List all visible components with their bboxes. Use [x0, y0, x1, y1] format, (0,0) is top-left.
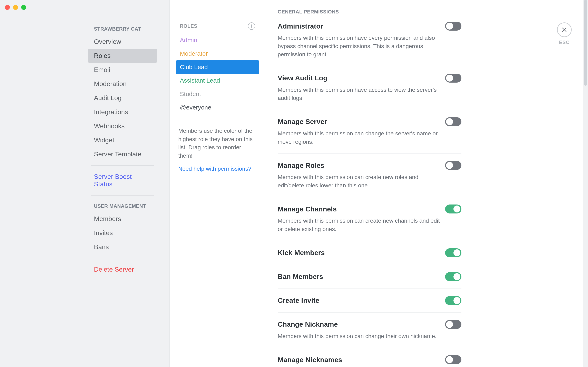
window-maximize-dot[interactable]: [21, 5, 26, 10]
close-button[interactable]: [557, 22, 572, 37]
role-item-student[interactable]: Student: [176, 87, 259, 101]
permission-row-view-audit-log: View Audit LogMembers with this permissi…: [278, 66, 461, 110]
permission-description: Members with this permission can change …: [278, 129, 445, 146]
toggle-knob: [453, 206, 460, 212]
permission-toggle-manage-server[interactable]: [445, 117, 461, 126]
window-close-dot[interactable]: [5, 5, 10, 10]
permission-toggle-kick-members[interactable]: [445, 248, 461, 257]
toggle-knob: [446, 118, 453, 125]
sidebar-divider: [91, 195, 154, 196]
permission-toggle-manage-nicknames[interactable]: [445, 355, 461, 364]
add-role-icon[interactable]: [248, 22, 255, 30]
permission-toggle-manage-roles[interactable]: [445, 161, 461, 170]
sidebar-item-server-boost[interactable]: Server Boost Status: [88, 170, 157, 191]
permission-row-administrator: AdministratorMembers with this permissio…: [278, 22, 461, 66]
sidebar-item-integrations[interactable]: Integrations: [88, 105, 157, 119]
sidebar-item-invites[interactable]: Invites: [88, 226, 157, 240]
permission-description: Members with this permission can create …: [278, 173, 445, 190]
permission-title: Create Invite: [278, 296, 319, 304]
roles-hint-text: Members use the color of the highest rol…: [176, 127, 259, 166]
toggle-knob: [453, 297, 460, 304]
roles-header-label: ROLES: [180, 23, 197, 29]
permission-title: Ban Members: [278, 273, 323, 281]
permission-title: View Audit Log: [278, 74, 328, 82]
close-settings-panel: ESC: [557, 22, 572, 45]
roles-list-panel: ROLES AdminModeratorClub LeadAssistant L…: [169, 0, 265, 367]
scrollbar-track[interactable]: [583, 0, 588, 367]
permission-row-create-invite: Create Invite: [278, 289, 461, 313]
role-item-everyone[interactable]: @everyone: [176, 101, 259, 114]
permission-title: Manage Server: [278, 118, 327, 125]
toggle-knob: [446, 321, 453, 328]
sidebar-item-members[interactable]: Members: [88, 212, 157, 226]
window-minimize-dot[interactable]: [13, 5, 18, 10]
scrollbar-thumb[interactable]: [584, 0, 587, 86]
permission-toggle-administrator[interactable]: [445, 22, 461, 31]
permission-title: Manage Channels: [278, 205, 337, 213]
permission-description: Members with this permission have every …: [278, 34, 445, 59]
sidebar-item-widget[interactable]: Widget: [88, 133, 157, 147]
permission-toggle-manage-channels[interactable]: [445, 205, 461, 213]
permission-toggle-change-nickname[interactable]: [445, 320, 461, 329]
permission-row-ban-members: Ban Members: [278, 265, 461, 289]
roles-divider: [178, 120, 257, 120]
toggle-knob: [446, 162, 453, 169]
sidebar-item-audit-log[interactable]: Audit Log: [88, 91, 157, 105]
sidebar-item-roles[interactable]: Roles: [88, 49, 157, 63]
permissions-panel: GENERAL PERMISSIONS AdministratorMembers…: [265, 0, 588, 367]
permission-description: Members with this permission can create …: [278, 217, 445, 233]
permission-description: Members with this permission have access…: [278, 86, 445, 102]
sidebar-item-delete-server[interactable]: Delete Server: [88, 262, 157, 276]
role-item-clublead[interactable]: Club Lead: [176, 60, 259, 74]
role-item-assistantlead[interactable]: Assistant Lead: [176, 74, 259, 87]
esc-label: ESC: [557, 40, 572, 45]
permission-title: Change Nickname: [278, 320, 338, 328]
toggle-knob: [453, 273, 460, 280]
permission-title: Manage Roles: [278, 161, 324, 169]
sidebar-user-mgmt-header: USER MANAGEMENT: [88, 200, 157, 212]
permission-row-manage-roles: Manage RolesMembers with this permission…: [278, 154, 461, 197]
toggle-knob: [446, 23, 453, 30]
permission-title: Manage Nicknames: [278, 356, 342, 364]
sidebar-item-bans[interactable]: Bans: [88, 240, 157, 254]
permissions-section-header: GENERAL PERMISSIONS: [278, 9, 461, 15]
permission-row-manage-nicknames: Manage Nicknames: [278, 348, 461, 367]
permission-toggle-ban-members[interactable]: [445, 272, 461, 281]
permission-toggle-create-invite[interactable]: [445, 296, 461, 305]
permission-toggle-view-audit-log[interactable]: [445, 74, 461, 83]
permission-description: Members with this permission can change …: [278, 332, 445, 341]
permission-row-kick-members: Kick Members: [278, 241, 461, 265]
sidebar-server-name: STRAWBERRY CAT: [88, 22, 157, 35]
sidebar-item-server-template[interactable]: Server Template: [88, 147, 157, 161]
permission-title: Kick Members: [278, 249, 325, 257]
sidebar-item-overview[interactable]: Overview: [88, 35, 157, 49]
role-item-moderator[interactable]: Moderator: [176, 47, 259, 60]
sidebar-item-webhooks[interactable]: Webhooks: [88, 119, 157, 133]
sidebar-divider: [91, 258, 154, 258]
permission-row-change-nickname: Change NicknameMembers with this permiss…: [278, 313, 461, 348]
roles-help-link[interactable]: Need help with permissions?: [176, 166, 259, 172]
permission-row-manage-server: Manage ServerMembers with this permissio…: [278, 110, 461, 154]
sidebar-item-moderation[interactable]: Moderation: [88, 77, 157, 91]
permission-row-manage-channels: Manage ChannelsMembers with this permiss…: [278, 197, 461, 241]
toggle-knob: [446, 356, 453, 363]
sidebar-divider: [91, 165, 154, 166]
permission-title: Administrator: [278, 22, 323, 30]
server-settings-sidebar: STRAWBERRY CAT Overview Roles Emoji Mode…: [0, 0, 169, 367]
toggle-knob: [453, 249, 460, 256]
window-traffic-lights: [5, 5, 26, 10]
sidebar-item-emoji[interactable]: Emoji: [88, 63, 157, 77]
close-icon: [561, 27, 567, 33]
role-item-admin[interactable]: Admin: [176, 33, 259, 47]
toggle-knob: [446, 75, 453, 82]
